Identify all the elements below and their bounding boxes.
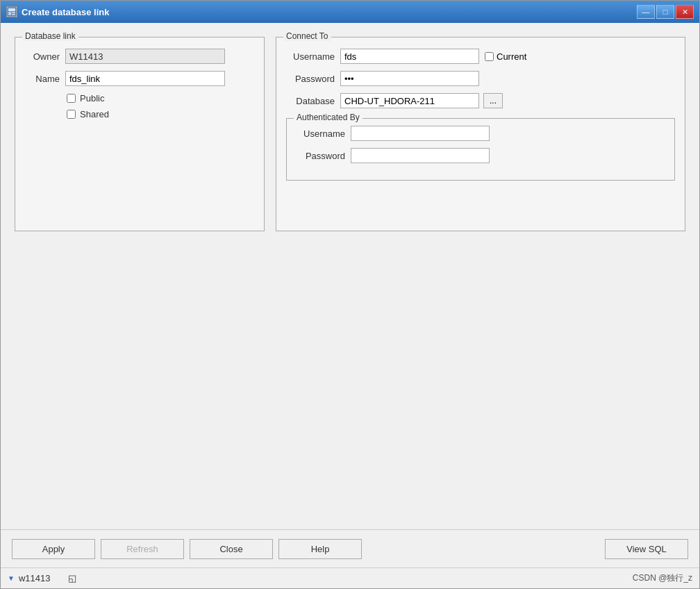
main-window: Create database link — □ ✕ Database link…: [0, 0, 700, 589]
status-watermark: CSDN @独行_z: [633, 572, 692, 584]
auth-username-label: Username: [297, 128, 345, 139]
name-label: Name: [25, 74, 60, 84]
auth-password-label: Password: [297, 151, 345, 161]
auth-password-input[interactable]: [351, 148, 490, 163]
svg-rect-1: [8, 8, 15, 11]
connect-password-input[interactable]: [340, 71, 479, 86]
current-area: Current: [485, 51, 526, 62]
auth-username-input[interactable]: [351, 126, 490, 141]
connect-database-input[interactable]: [340, 93, 479, 108]
public-label: Public: [80, 93, 104, 103]
db-link-title: Database link: [22, 31, 78, 41]
view-sql-button[interactable]: View SQL: [605, 539, 688, 559]
svg-rect-3: [12, 12, 15, 13]
connect-username-input[interactable]: [340, 49, 479, 64]
minimize-button[interactable]: —: [637, 5, 655, 19]
auth-panel: Authenticated By Username Password: [286, 118, 675, 181]
bottom-bar: Apply Refresh Close Help View SQL: [1, 529, 699, 567]
public-checkbox[interactable]: [67, 94, 76, 103]
connect-database-row: Database ...: [286, 93, 675, 108]
current-checkbox[interactable]: [485, 52, 494, 61]
title-bar-controls: — □ ✕: [637, 5, 694, 19]
status-user: w11413: [19, 573, 51, 583]
refresh-button[interactable]: Refresh: [101, 539, 184, 559]
status-left: ▼ w11413 ◱: [8, 573, 76, 583]
bottom-buttons-right: View SQL: [605, 539, 688, 559]
current-label: Current: [497, 51, 526, 62]
svg-rect-4: [12, 14, 15, 15]
name-row: Name: [25, 71, 254, 86]
window-icon: [6, 6, 17, 17]
connect-to-title: Connect To: [283, 31, 331, 41]
connect-password-label: Password: [286, 74, 335, 84]
close-window-button[interactable]: ✕: [676, 5, 694, 19]
connect-to-panel: Connect To Username Current Password Dat…: [276, 37, 685, 231]
apply-button[interactable]: Apply: [12, 539, 95, 559]
database-link-panel: Database link Owner W11413 Name Public S…: [15, 37, 265, 231]
auth-username-row: Username: [297, 126, 665, 141]
title-bar-left: Create database link: [6, 6, 109, 17]
svg-rect-2: [8, 12, 11, 15]
maximize-button[interactable]: □: [656, 5, 674, 19]
shared-checkbox-row: Shared: [67, 109, 254, 119]
public-checkbox-row: Public: [67, 93, 254, 103]
panels-row: Database link Owner W11413 Name Public S…: [15, 37, 685, 231]
title-bar: Create database link — □ ✕: [1, 1, 699, 23]
connect-username-row: Username Current: [286, 49, 675, 64]
owner-row: Owner W11413: [25, 49, 254, 64]
connect-password-row: Password: [286, 71, 675, 86]
connect-database-label: Database: [286, 96, 335, 106]
shared-label: Shared: [80, 109, 109, 119]
auth-title: Authenticated By: [294, 113, 362, 122]
owner-value: W11413: [65, 49, 225, 64]
window-title: Create database link: [22, 7, 109, 17]
shared-checkbox[interactable]: [67, 110, 76, 119]
content-area: Database link Owner W11413 Name Public S…: [1, 23, 699, 529]
status-bar: ▼ w11413 ◱ CSDN @独行_z: [1, 567, 699, 588]
owner-label: Owner: [25, 51, 60, 62]
bottom-buttons-left: Apply Refresh Close Help: [12, 539, 362, 559]
connect-username-label: Username: [286, 51, 335, 62]
close-button[interactable]: Close: [190, 539, 273, 559]
status-pin-icon: ◱: [68, 573, 76, 583]
help-button[interactable]: Help: [278, 539, 362, 559]
name-input[interactable]: [65, 71, 225, 86]
browse-database-button[interactable]: ...: [483, 93, 503, 108]
status-arrow-icon: ▼: [8, 574, 15, 582]
auth-password-row: Password: [297, 148, 665, 163]
